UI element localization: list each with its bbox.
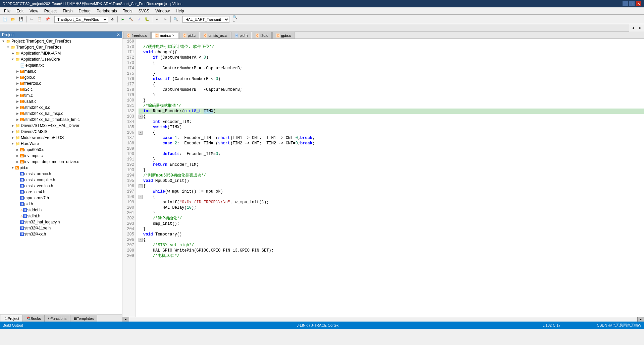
open-btn[interactable]: 📂 — [9, 16, 17, 23]
flash-btn[interactable]: ⚡ — [135, 16, 143, 23]
code-content[interactable]: 1691701711721731741751761771781791801811… — [122, 39, 644, 317]
code-line-198[interactable]: − { — [139, 194, 644, 200]
tree-expand-icon[interactable]: ▶ — [11, 124, 15, 127]
code-line-181[interactable]: /*编码器模式取值*/ — [139, 103, 644, 109]
code-line-197[interactable]: while(w_mpu_init() != mpu_ok) — [139, 189, 644, 194]
tree-item-16[interactable]: ▶📁 Middlewares/FreeRTOS — [0, 135, 122, 141]
tree-expand-icon[interactable]: ▶ — [11, 136, 15, 139]
code-line-169[interactable] — [139, 39, 644, 44]
menu-item-project[interactable]: Project — [42, 8, 59, 14]
tree-item-26[interactable]: H mpu_armv7.h — [0, 195, 122, 201]
tab-cmsis_os-c[interactable]: Ccmsis_os.c — [200, 32, 230, 39]
tree-item-20[interactable]: ▶C inv_mpu_dmp_motion_driver.c — [0, 159, 122, 165]
tree-item-11[interactable]: ▶C stm32f4xx_it.c — [0, 105, 122, 111]
redo-btn[interactable]: ↪ — [162, 16, 169, 23]
settings-btn[interactable]: ⚙ — [109, 16, 116, 23]
debug-btn[interactable]: 🐛 — [143, 16, 151, 23]
copy-btn[interactable]: 📋 — [36, 16, 43, 23]
code-line-185[interactable]: switch(TIMX) — [139, 125, 644, 130]
tree-expand-icon[interactable]: ▶ — [15, 88, 19, 91]
code-line-178[interactable]: CaptureNumberB = -CaptureNumberB; — [139, 87, 644, 92]
function-combo[interactable]: HAL_UART_Transmit — [182, 16, 229, 23]
minimize-button[interactable]: ─ — [623, 1, 628, 6]
code-line-170[interactable]: //硬件电路引脚设计错位, 软件正位*/ — [139, 44, 644, 50]
sidebar-tab-functions[interactable]: {} Functions — [45, 315, 70, 322]
tree-item-28[interactable]: ⚠ H stddef.h — [0, 207, 122, 213]
code-line-195[interactable]: void Mpu6050_Init() — [139, 178, 644, 184]
fold-marker[interactable]: − — [139, 238, 143, 242]
code-line-200[interactable]: HAL_Delay(10); — [139, 205, 644, 210]
tree-item-6[interactable]: ▶C gpio.c — [0, 74, 122, 80]
code-line-207[interactable]: /*STBY set high*/ — [139, 243, 644, 248]
tab-pid-h[interactable]: Hpid.h — [231, 32, 251, 39]
tab-scroll-left[interactable]: ◀ — [629, 24, 637, 31]
code-line-183[interactable]: −{ — [139, 114, 644, 119]
undo-btn[interactable]: ↩ — [154, 16, 161, 23]
code-line-188[interactable]: case 2: Encoder_TIM= (short)TIM2 -> CNT;… — [139, 141, 644, 146]
fold-marker[interactable]: − — [139, 131, 143, 135]
tree-expand-icon[interactable]: ▶ — [15, 160, 19, 163]
menu-item-help[interactable]: Help — [173, 8, 187, 14]
build-btn[interactable]: ▶ — [119, 16, 126, 23]
tree-item-27[interactable]: H pid.h — [0, 201, 122, 207]
code-line-202[interactable]: /*DMP初始化*/ — [139, 216, 644, 221]
code-line-191[interactable]: } — [139, 157, 644, 162]
paste-btn[interactable]: 📌 — [44, 16, 51, 23]
menu-item-debug[interactable]: Debug — [76, 8, 93, 14]
tree-expand-icon[interactable]: ▶ — [15, 76, 19, 79]
code-line-206[interactable]: −{ — [139, 237, 644, 243]
tree-expand-icon[interactable]: ▶ — [15, 94, 19, 97]
cut-btn[interactable]: ✂ — [28, 16, 35, 23]
maximize-button[interactable]: □ — [629, 1, 635, 6]
sidebar-tab-books[interactable]: 📚 Books — [23, 315, 45, 322]
code-line-180[interactable]: } — [139, 98, 644, 103]
tree-expand-icon[interactable]: ▶ — [15, 112, 19, 115]
code-line-209[interactable]: /*电机IO口*/ — [139, 253, 644, 259]
code-line-174[interactable]: CaptureNumberB = -CaptureNumberB; — [139, 66, 644, 71]
tree-expand-icon[interactable]: ▶ — [15, 148, 19, 151]
tree-item-8[interactable]: ▶C i2c.c — [0, 86, 122, 92]
tree-expand-icon[interactable]: ▶ — [15, 118, 19, 121]
sidebar-tab-project[interactable]: 🗂 Project — [1, 315, 23, 322]
tree-item-13[interactable]: ▶C stm32f4xx_hal_timebase_tim.c — [0, 117, 122, 123]
tree-item-17[interactable]: ▼📁 HardWare — [0, 141, 122, 147]
code-line-184[interactable]: int Encoder_TIM; — [139, 119, 644, 125]
code-line-172[interactable]: if (CaptureNumberA < 0) — [139, 55, 644, 60]
code-line-204[interactable]: } — [139, 226, 644, 232]
tree-item-7[interactable]: ▶C freertos.c — [0, 80, 122, 86]
tree-expand-icon[interactable]: ▼ — [11, 142, 15, 145]
tree-item-9[interactable]: ▶C tim.c — [0, 92, 122, 98]
code-line-182[interactable]: int Read_Encoder(uint8_t TIMX) — [139, 109, 644, 114]
tree-expand-icon[interactable]: ▶ — [15, 100, 19, 103]
tree-item-5[interactable]: ▶C main.c — [0, 68, 122, 74]
tree-item-21[interactable]: ▼C pid.c — [0, 165, 122, 171]
tree-item-19[interactable]: ▶C inv_mpu.c — [0, 153, 122, 159]
code-line-186[interactable]: − { — [139, 130, 644, 135]
code-line-203[interactable]: dmp_init(); — [139, 221, 644, 226]
tree-item-3[interactable]: ▼📁 Application/User/Core — [0, 56, 122, 62]
fold-marker[interactable]: − — [139, 195, 143, 199]
code-line-190[interactable]: default: Encoder_TIM=0; — [139, 151, 644, 157]
tree-item-30[interactable]: H stm32_hal_legacy.h — [0, 219, 122, 225]
tree-expand-icon[interactable]: ▼ — [6, 46, 10, 49]
tree-item-24[interactable]: H cmsis_version.h — [0, 183, 122, 189]
code-line-201[interactable]: } — [139, 210, 644, 216]
sidebar-tab-templates[interactable]: ▦ Templates — [70, 315, 97, 322]
tab-gpio-c[interactable]: Cgpio.c — [272, 32, 294, 39]
code-line-177[interactable]: { — [139, 82, 644, 87]
tab-freertos-c[interactable]: Cfreertos.c — [123, 32, 151, 39]
menu-item-tools[interactable]: Tools — [120, 8, 135, 14]
menu-item-peripherals[interactable]: Peripherals — [94, 8, 120, 14]
tree-expand-icon[interactable]: ▶ — [15, 154, 19, 157]
tree-expand-icon[interactable]: ▶ — [11, 130, 15, 133]
tab-main-c[interactable]: Cmain.c ✕ — [151, 32, 178, 39]
fold-marker[interactable]: − — [139, 184, 143, 188]
code-line-171[interactable]: void change(){ — [139, 50, 644, 55]
code-line-196[interactable]: −{ — [139, 184, 644, 189]
tab-i2c-c[interactable]: Ci2c.c — [252, 32, 272, 39]
scroll-right-arrow[interactable]: ▶ — [637, 317, 644, 322]
tree-expand-icon[interactable]: ▶ — [15, 70, 19, 73]
rebuild-btn[interactable]: 🔨 — [127, 16, 135, 23]
tree-item-18[interactable]: ▶C mpu6050.c — [0, 147, 122, 153]
code-line-189[interactable] — [139, 146, 644, 151]
